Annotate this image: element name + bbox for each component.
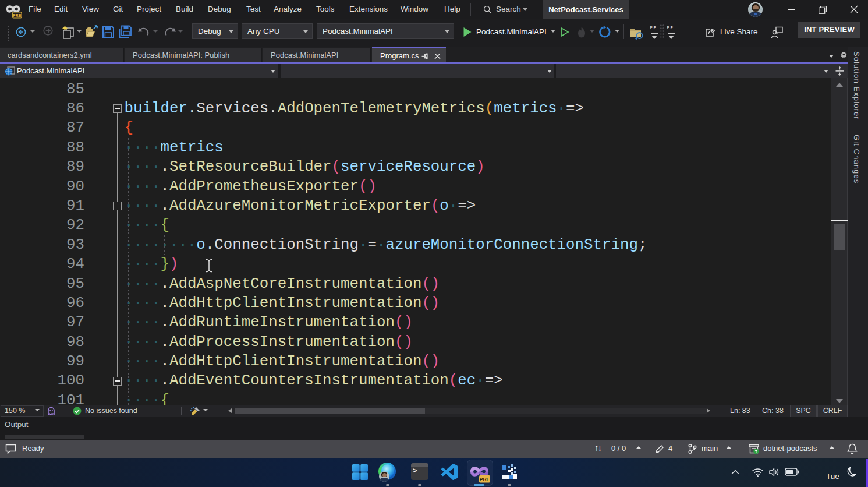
svg-text:PRE: PRE (480, 477, 490, 482)
svg-text:PRE: PRE (13, 13, 21, 17)
